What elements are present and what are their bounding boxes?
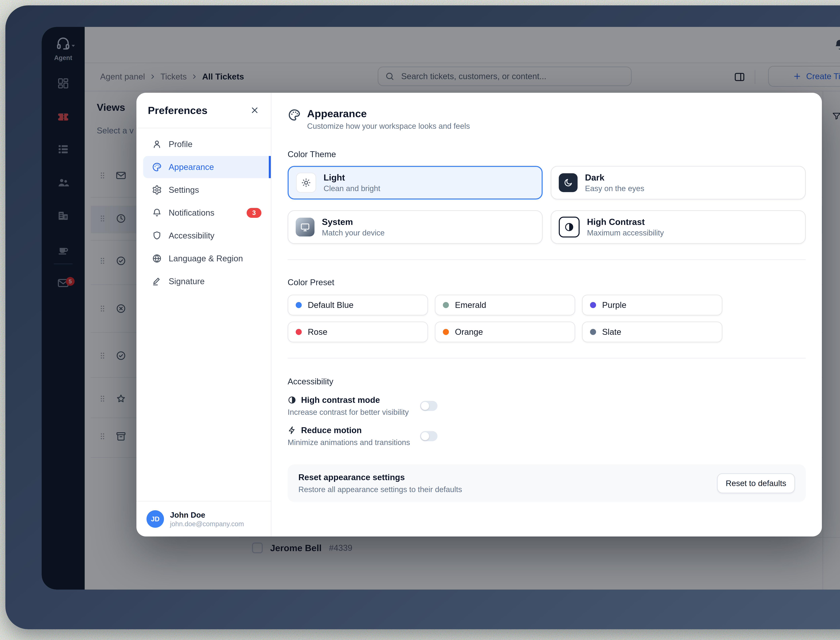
preset-option-rose[interactable]: Rose <box>287 322 428 342</box>
reduce-motion-toggle[interactable] <box>420 431 438 441</box>
preset-option-default-blue[interactable]: Default Blue <box>287 294 428 315</box>
preferences-nav: Profile Appearance Settings Notific <box>136 128 271 297</box>
palette-icon <box>152 162 162 172</box>
toggle-title: High contrast mode <box>301 395 380 405</box>
close-icon[interactable] <box>250 106 259 115</box>
nav-label: Notifications <box>169 208 214 218</box>
light-tile <box>296 173 316 193</box>
color-preset-label: Color Preset <box>287 277 806 287</box>
color-theme-grid: Light Clean and bright Dark Easy on the … <box>287 166 806 244</box>
system-tile <box>296 218 315 237</box>
theme-subtitle: Easy on the eyes <box>585 184 644 193</box>
color-dot <box>296 302 302 308</box>
user-icon <box>152 139 162 149</box>
theme-title: System <box>322 217 385 227</box>
zap-icon <box>287 426 296 435</box>
nav-label: Accessibility <box>169 231 214 240</box>
contrast-icon <box>564 222 574 232</box>
nav-item-accessibility[interactable]: Accessibility <box>143 224 264 247</box>
monitor-icon <box>300 222 310 232</box>
reset-title: Reset appearance settings <box>299 472 462 482</box>
page-subtitle: Customize how your workspace looks and f… <box>307 122 470 131</box>
shield-icon <box>152 230 162 241</box>
user-email: john.doe@company.com <box>170 520 244 528</box>
moon-icon <box>563 178 573 188</box>
preferences-header: Preferences <box>136 93 271 128</box>
reset-to-defaults-button[interactable]: Reset to defaults <box>717 473 795 493</box>
toggle-knob <box>421 402 429 410</box>
theme-option-high-contrast[interactable]: High Contrast Maximum accessibility <box>551 210 806 244</box>
preset-option-slate[interactable]: Slate <box>582 322 722 342</box>
reduce-motion-row: Reduce motion Minimize animations and tr… <box>287 426 806 447</box>
accessibility-label: Accessibility <box>287 377 806 386</box>
nav-item-profile[interactable]: Profile <box>143 133 264 155</box>
color-dot <box>296 329 302 335</box>
screenshot-stage: Agent 5 <box>0 0 840 640</box>
color-dot <box>443 302 449 308</box>
theme-subtitle: Clean and bright <box>324 184 380 193</box>
preset-label: Default Blue <box>308 300 353 310</box>
section-divider <box>287 358 806 358</box>
theme-option-dark[interactable]: Dark Easy on the eyes <box>551 166 806 200</box>
globe-icon <box>152 253 162 264</box>
desktop-frame: Agent 5 <box>5 5 840 629</box>
theme-title: Light <box>324 173 380 182</box>
theme-title: High Contrast <box>587 217 664 227</box>
color-theme-label: Color Theme <box>287 149 806 159</box>
nav-label: Language & Region <box>169 254 243 263</box>
high-contrast-toggle[interactable] <box>420 401 438 411</box>
preset-option-orange[interactable]: Orange <box>435 322 575 342</box>
preset-label: Purple <box>602 300 626 310</box>
page-header: Appearance Customize how your workspace … <box>287 107 806 131</box>
color-preset-grid: Default Blue Emerald Purple Rose <box>287 294 722 342</box>
nav-label: Profile <box>169 139 193 149</box>
avatar: JD <box>147 510 164 528</box>
preset-option-emerald[interactable]: Emerald <box>435 294 575 315</box>
nav-label: Settings <box>169 185 199 195</box>
nav-item-notifications[interactable]: Notifications 3 <box>143 202 264 224</box>
current-user[interactable]: JD John Doe john.doe@company.com <box>136 501 271 536</box>
nav-item-settings[interactable]: Settings <box>143 179 264 201</box>
contrast-tile <box>559 217 580 237</box>
accessibility-toggles: High contrast mode Increase contrast for… <box>287 395 806 447</box>
user-name: John Doe <box>170 510 244 520</box>
reset-settings-panel: Reset appearance settings Restore all ap… <box>287 464 806 502</box>
sun-icon <box>301 178 311 188</box>
modal-title: Preferences <box>148 104 208 116</box>
gear-icon <box>152 185 162 195</box>
theme-subtitle: Match your device <box>322 228 385 237</box>
toggle-title: Reduce motion <box>301 426 362 435</box>
theme-option-system[interactable]: System Match your device <box>287 210 543 244</box>
palette-icon <box>287 108 301 122</box>
bell-icon <box>152 208 162 218</box>
nav-label: Appearance <box>169 162 214 172</box>
dark-tile <box>559 173 578 192</box>
pen-icon <box>152 276 162 286</box>
color-dot <box>443 329 449 335</box>
section-divider <box>287 259 806 260</box>
theme-title: Dark <box>585 173 644 182</box>
nav-item-signature[interactable]: Signature <box>143 270 264 293</box>
preferences-modal: Preferences Profile Appearance <box>136 93 822 536</box>
preset-label: Slate <box>602 327 621 337</box>
nav-item-language-region[interactable]: Language & Region <box>143 247 264 270</box>
contrast-icon <box>287 396 296 404</box>
appearance-panel: Appearance Customize how your workspace … <box>271 93 822 536</box>
toggle-knob <box>421 432 429 440</box>
toggle-subtitle: Minimize animations and transitions <box>287 438 410 447</box>
preset-label: Emerald <box>455 300 486 310</box>
toggle-subtitle: Increase contrast for better visibility <box>287 408 410 417</box>
notifications-badge: 3 <box>247 208 262 218</box>
nav-label: Signature <box>169 277 204 286</box>
page-title: Appearance <box>307 107 470 120</box>
nav-item-appearance[interactable]: Appearance <box>143 156 271 178</box>
preferences-sidebar: Preferences Profile Appearance <box>136 93 271 536</box>
app-window: Agent 5 <box>42 27 840 590</box>
theme-option-light[interactable]: Light Clean and bright <box>287 166 543 200</box>
high-contrast-row: High contrast mode Increase contrast for… <box>287 395 806 417</box>
reset-subtitle: Restore all appearance settings to their… <box>299 485 462 494</box>
preset-label: Orange <box>455 327 483 337</box>
preset-option-purple[interactable]: Purple <box>582 294 722 315</box>
color-dot <box>590 302 596 308</box>
theme-subtitle: Maximum accessibility <box>587 228 664 237</box>
